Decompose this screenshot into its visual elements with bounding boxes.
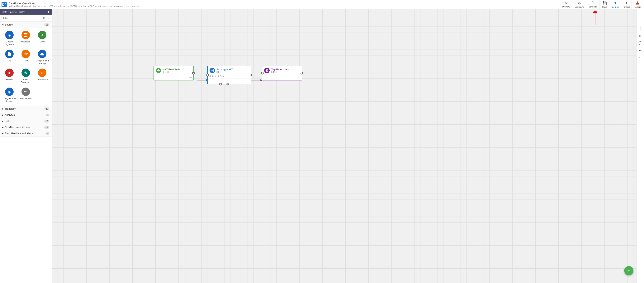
filter-input[interactable] bbox=[2, 16, 37, 20]
conditions-chevron: ▸ bbox=[2, 126, 4, 129]
plugin-bigquery[interactable]: ◈ Google BigQuery bbox=[2, 29, 17, 48]
import-button[interactable]: ⬇ Import bbox=[622, 0, 632, 9]
preview-icon: 👁 bbox=[564, 1, 568, 5]
transform-node-menu-icon[interactable]: ⋯ bbox=[246, 80, 250, 83]
zoom-out-button[interactable]: − bbox=[637, 18, 644, 24]
source-section-header[interactable]: ▾ Source 11 bbox=[0, 22, 52, 28]
source-count: 11 bbox=[44, 24, 49, 26]
error-handlers-section-header[interactable]: ▸ Error Handlers and Alerts 3 bbox=[0, 130, 52, 136]
zoom-in-button[interactable]: + bbox=[637, 11, 644, 17]
redo-button[interactable]: ↪ bbox=[637, 55, 644, 61]
sink-right-connector[interactable] bbox=[300, 72, 303, 75]
plugin-file[interactable]: File bbox=[2, 48, 17, 66]
fit-button[interactable] bbox=[637, 25, 644, 32]
transform-node-title: Parsing and Tr... bbox=[216, 68, 249, 71]
transform-node-icon bbox=[210, 68, 215, 73]
source-node-menu-icon[interactable]: ⋯ bbox=[189, 76, 192, 79]
comment-button[interactable]: 💬 bbox=[637, 40, 644, 46]
sink-node-header: Top Rated Inex... 0.11.3 bbox=[262, 66, 302, 75]
main-layout: Data Pipeline - Batch ▼ ☰ ⊞ « ▾ Source 1… bbox=[0, 9, 644, 283]
plugin-database[interactable]: Database bbox=[18, 29, 34, 48]
analytics-label: Analytics bbox=[5, 113, 15, 116]
title-area: DataFusionQuickStart A Cloud Data Fusion… bbox=[8, 2, 144, 7]
source-node-footer: ⋯ bbox=[154, 75, 194, 80]
transform-label: Transform bbox=[5, 107, 16, 110]
plugin-excel[interactable]: X Excel bbox=[34, 29, 50, 48]
sink-node-version: 0.11.3 bbox=[271, 71, 300, 73]
schedule-button[interactable]: ⏱ Schedule bbox=[586, 0, 600, 9]
xmlreader-label: XML Reader bbox=[20, 97, 32, 100]
file-icon bbox=[5, 50, 14, 58]
configure-icon: ⚙ bbox=[578, 1, 581, 5]
source-chevron: ▾ bbox=[2, 23, 4, 26]
analytics-section-header[interactable]: ▸ Analytics 5 bbox=[0, 112, 52, 118]
sink-node[interactable]: Top Rated Inex... 0.11.3 ⋯ bbox=[262, 66, 302, 80]
conditions-section-header[interactable]: ▸ Conditions and Actions 11 bbox=[0, 124, 52, 130]
app-logo: DF bbox=[2, 2, 7, 7]
add-fab-button[interactable]: + bbox=[624, 266, 634, 275]
deploy-button[interactable]: ⬆ Deploy bbox=[610, 0, 621, 9]
transform-section-header[interactable]: ▸ Transform 26 bbox=[0, 106, 52, 112]
error-handlers-count: 3 bbox=[46, 132, 49, 135]
hbase-icon: H bbox=[5, 69, 14, 77]
transform-right-connector[interactable] bbox=[250, 74, 252, 76]
export-button[interactable]: 📤 Export bbox=[632, 0, 642, 9]
analytics-section: ▸ Analytics 5 bbox=[0, 112, 52, 118]
transform-left-connector[interactable] bbox=[206, 74, 209, 76]
source-node[interactable]: NYT Best Selle... 0.11.3 ⋯ bbox=[154, 66, 194, 80]
collapse-button[interactable]: « bbox=[47, 16, 50, 20]
alert-bottom-connector[interactable] bbox=[219, 83, 222, 85]
configure-label: Configure bbox=[575, 6, 584, 8]
plugin-kafka[interactable]: ❋ Kafka Consumer bbox=[18, 67, 34, 85]
source-node-title-block: NYT Best Selle... 0.11.3 bbox=[163, 68, 192, 73]
source-right-connector[interactable] bbox=[192, 72, 195, 75]
transform-node[interactable]: Parsing and Tr... 3.2.3 Alert Error ⋯ bbox=[207, 66, 252, 84]
configure-button[interactable]: ⚙ Configure bbox=[573, 0, 586, 9]
alert-label: Alert bbox=[212, 75, 216, 77]
transform-node-title-block: Parsing and Tr... 3.2.3 bbox=[216, 68, 249, 73]
preview-label: Preview bbox=[562, 6, 570, 8]
plugin-gcs[interactable]: Google Cloud Storage bbox=[34, 48, 50, 66]
source-node-icon bbox=[156, 68, 161, 73]
analytics-count: 5 bbox=[46, 114, 49, 116]
undo-button[interactable]: ↩ bbox=[637, 47, 644, 53]
node-list-button[interactable]: ⊞ bbox=[637, 33, 644, 39]
transform-chevron: ▸ bbox=[2, 107, 4, 110]
error-badge[interactable]: Error bbox=[218, 75, 224, 77]
excel-icon: X bbox=[38, 31, 46, 39]
source-node-version: 0.11.3 bbox=[163, 71, 192, 73]
sink-section-title-left: ▸ Sink bbox=[2, 120, 10, 123]
save-icon: 💾 bbox=[602, 1, 607, 5]
sink-count: 10 bbox=[44, 120, 49, 123]
grid-view-button[interactable]: ⊞ bbox=[42, 16, 46, 20]
bigquery-label: Google BigQuery bbox=[2, 40, 16, 46]
analytics-section-title-left: ▸ Analytics bbox=[2, 113, 15, 116]
plugin-xmlreader[interactable]: XML XML Reader bbox=[18, 86, 34, 104]
sink-node-menu-icon[interactable]: ⋯ bbox=[297, 76, 300, 79]
plugin-hbase[interactable]: H HBase bbox=[2, 67, 17, 85]
sink-node-icon bbox=[264, 68, 270, 73]
canvas-area[interactable]: NYT Best Selle... 0.11.3 ⋯ Parsing and T… bbox=[52, 9, 636, 283]
plugin-s3[interactable]: S3 Amazon S3 bbox=[34, 67, 50, 85]
spanner-icon: ◈ bbox=[5, 88, 14, 96]
source-node-title: NYT Best Selle... bbox=[163, 68, 192, 71]
alert-badge[interactable]: Alert bbox=[210, 75, 216, 77]
plugin-ftp[interactable]: FTP FTP bbox=[18, 48, 34, 66]
pipeline-title: DataFusionQuickStart bbox=[8, 2, 144, 5]
error-dot bbox=[218, 76, 219, 77]
save-label: Save bbox=[602, 6, 607, 8]
sink-section-header[interactable]: ▸ Sink 10 bbox=[0, 118, 52, 124]
save-button[interactable]: 💾 Save bbox=[600, 0, 609, 9]
source-connector-triangle bbox=[193, 72, 194, 74]
dropdown-icon: ▼ bbox=[47, 10, 50, 14]
error-bottom-connector[interactable] bbox=[226, 83, 229, 85]
import-icon: ⬇ bbox=[625, 1, 628, 5]
svg-rect-3 bbox=[24, 35, 28, 35]
sink-left-connector[interactable] bbox=[261, 72, 264, 75]
sink-section: ▸ Sink 10 bbox=[0, 118, 52, 124]
plugin-spanner[interactable]: ◈ Google Cloud Spanner bbox=[2, 86, 17, 104]
sidebar-pipeline-selector[interactable]: Data Pipeline - Batch ▼ bbox=[0, 9, 52, 15]
preview-button[interactable]: 👁 Preview bbox=[560, 0, 572, 9]
list-view-button[interactable]: ☰ bbox=[38, 16, 42, 20]
sink-connector-triangle bbox=[301, 72, 303, 74]
